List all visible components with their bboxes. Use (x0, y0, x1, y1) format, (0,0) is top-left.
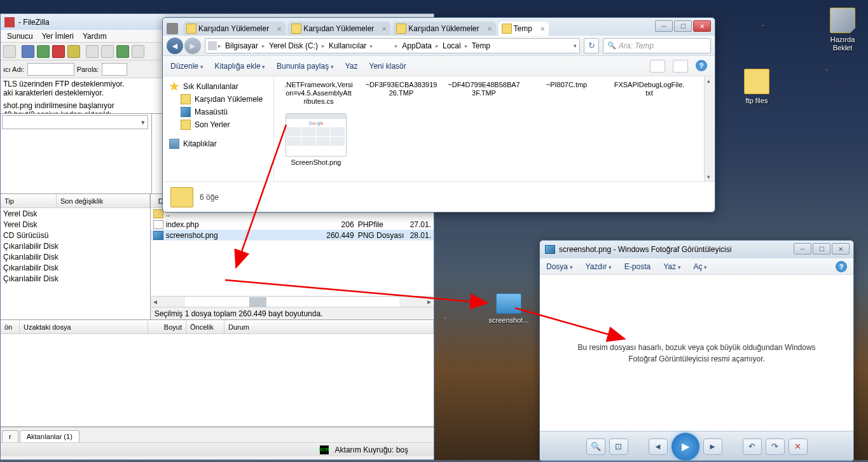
menu-eposta[interactable]: E-posta (624, 262, 651, 271)
rotate-left-button[interactable]: ↶ (743, 438, 762, 455)
desktop-icon-hibernate[interactable]: Hazırda Beklet (820, 8, 865, 52)
menu-yerimleri[interactable]: Yer İmleri (38, 31, 78, 42)
sidebar-item-recent[interactable]: Son Yerler (163, 118, 273, 131)
toolbar-btn[interactable] (132, 45, 144, 58)
close-tab-icon[interactable]: ✕ (277, 25, 282, 32)
col-son[interactable]: Son değişiklik (57, 194, 150, 207)
desktop-icon-ftpfiles[interactable]: ftp files (734, 69, 779, 105)
fit-button[interactable]: ⊡ (609, 438, 628, 455)
tab-downloads-1[interactable]: Karşıdan Yüklemeler✕ (183, 22, 286, 36)
view-button[interactable] (673, 60, 688, 73)
tab-downloads-2[interactable]: Karşıdan Yüklemeler✕ (288, 22, 390, 36)
close-button[interactable]: ✕ (832, 243, 850, 255)
file-item[interactable]: .NETFramework,Versi on=v4.5.AssemblyAtt … (280, 79, 357, 106)
remote-list-body[interactable]: .. index.php206PHPfile27.01. screenshot.… (151, 208, 434, 296)
sidebar-item-desktop[interactable]: Masaüstü (163, 106, 273, 118)
menu-yazdir[interactable]: Yazdır (586, 262, 612, 271)
explorer-sidebar[interactable]: Sık Kullanılanlar Karşıdan Yüklemele Mas… (163, 76, 274, 181)
desktop-icon-screenshot[interactable]: screenshot... (483, 293, 534, 324)
forward-button[interactable]: ► (184, 38, 201, 54)
scrollbar-h[interactable]: ◂▸ (151, 296, 434, 307)
tab-downloads-3[interactable]: Karşıdan Yüklemeler✕ (393, 22, 495, 36)
zoom-button[interactable]: 🔍 (586, 438, 605, 455)
crumb-appdata[interactable]: AppData (399, 40, 434, 52)
cmd-duzenle[interactable]: Düzenle (170, 62, 203, 71)
toolbar-btn[interactable] (52, 45, 65, 58)
quick-pass-input[interactable] (102, 63, 127, 76)
sidebar-libraries[interactable]: Kitaplıklar (163, 137, 273, 150)
maximize-button[interactable]: ☐ (674, 20, 692, 32)
local-tree[interactable] (1, 114, 152, 193)
tab-aktarilanlar[interactable]: Aktarılanlar (1) (20, 430, 79, 442)
queue-header[interactable]: ön Uzaktaki dosya Boyut Öncelik Durum (1, 320, 434, 334)
photoviewer-titlebar[interactable]: screenshot.png - Windows Fotoğraf Görünt… (540, 241, 853, 258)
crumb-user[interactable] (375, 45, 394, 47)
tab-r[interactable]: r (2, 430, 18, 442)
local-list-body[interactable]: Yerel Disk Yerel Disk CD Sürücüsü Çıkarı… (1, 208, 150, 319)
explorer-files[interactable]: .NETFramework,Versi on=v4.5.AssemblyAtt … (274, 76, 715, 181)
file-item-screenshot[interactable]: Google ScreenShot.png (278, 113, 354, 167)
toolbar-btn[interactable] (67, 45, 80, 58)
file-item[interactable]: FXSAPIDebugLogFile. txt (611, 79, 687, 97)
crumb-local[interactable]: Local (440, 40, 464, 52)
crumb-bilgisayar[interactable]: Bilgisayar (223, 40, 261, 52)
prev-button[interactable]: ◄ (649, 438, 668, 455)
col-tip[interactable]: Tip (1, 194, 57, 207)
list-item[interactable]: index.php206PHPfile27.01. (151, 219, 434, 230)
toolbar-btn[interactable] (101, 45, 114, 58)
crumb-kullanicilar[interactable]: Kullanıcılar (326, 40, 369, 52)
refresh-button[interactable]: ↻ (584, 38, 599, 53)
tab-temp[interactable]: Temp✕ (499, 22, 549, 36)
close-tab-icon[interactable]: ✕ (382, 25, 387, 32)
local-path-combo[interactable] (2, 115, 148, 129)
help-button[interactable]: ? (836, 261, 847, 272)
cmd-yaz[interactable]: Yaz (345, 62, 358, 71)
menu-dosya[interactable]: Dosya (546, 262, 573, 271)
toolbar-btn[interactable] (22, 45, 34, 58)
toolbar-btn[interactable] (37, 45, 50, 58)
menu-yaz[interactable]: Yaz (663, 262, 680, 271)
view-button[interactable] (650, 60, 665, 73)
close-tab-icon[interactable]: ✕ (540, 25, 545, 32)
toolbar-btn[interactable] (116, 45, 129, 58)
close-button[interactable]: ✕ (693, 20, 711, 32)
delete-button[interactable]: ✕ (789, 438, 808, 455)
play-button[interactable]: ▶ (672, 433, 699, 461)
crumb-c[interactable]: Yerel Disk (C:) (266, 40, 320, 52)
col-boyut[interactable]: Boyut (148, 320, 186, 333)
col-durum[interactable]: Durum (224, 320, 434, 333)
menu-sunucu[interactable]: Sunucu (3, 31, 37, 42)
list-item-selected[interactable]: screenshot.png260.449PNG Dosyası28.01. (151, 230, 434, 241)
next-button[interactable]: ► (703, 438, 722, 455)
scrollbar-v[interactable] (704, 76, 715, 181)
cmd-paylas[interactable]: Bununla paylaş (277, 62, 334, 71)
col-uzak[interactable]: Uzaktaki dosya (20, 320, 148, 333)
menu-ac[interactable]: Aç (694, 262, 708, 271)
quick-user-input[interactable] (27, 63, 74, 76)
maximize-button[interactable]: ☐ (813, 243, 830, 255)
back-button[interactable]: ◄ (167, 38, 183, 54)
search-input[interactable]: Ara: Temp (603, 38, 711, 53)
minimize-button[interactable]: ─ (794, 243, 811, 255)
cmd-kitapliga[interactable]: Kitaplığa ekle (215, 62, 266, 71)
crumb-temp[interactable]: Temp (469, 40, 493, 52)
menu-yardim[interactable]: Yardım (79, 31, 111, 42)
breadcrumb[interactable]: ▸ Bilgisayar▸ Yerel Disk (C:)▸ Kullanıcı… (205, 38, 580, 53)
file-item[interactable]: ~DF3F93ECBA383919 26.TMP (363, 79, 439, 97)
file-item[interactable]: ~DF4D799E48B58BA7 3F.TMP (446, 79, 522, 97)
local-list-header[interactable]: Tip Son değişiklik (1, 194, 150, 208)
file-item[interactable]: ~PI807C.tmp (528, 79, 605, 89)
queue-body[interactable] (1, 334, 434, 426)
minimize-button[interactable]: ─ (655, 20, 673, 32)
toolbar-btn[interactable] (3, 45, 16, 58)
help-button[interactable]: ? (696, 60, 707, 71)
sidebar-favorites[interactable]: Sık Kullanılanlar (163, 80, 273, 93)
close-tab-icon[interactable]: ✕ (487, 25, 492, 32)
cmd-yeni[interactable]: Yeni klasör (369, 62, 406, 71)
tools-icon[interactable] (167, 23, 178, 34)
sidebar-item-downloads[interactable]: Karşıdan Yüklemele (163, 93, 273, 106)
toolbar-btn[interactable] (86, 45, 99, 58)
col-on[interactable]: ön (1, 320, 20, 333)
col-oncelik[interactable]: Öncelik (186, 320, 224, 333)
rotate-right-button[interactable]: ↷ (766, 438, 785, 455)
